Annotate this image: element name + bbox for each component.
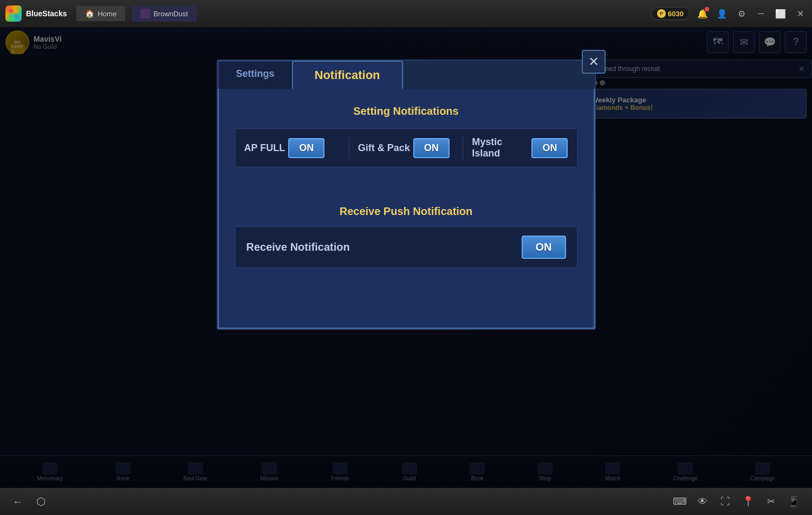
mystic-island-toggle-item: Mystic Island ON — [472, 136, 568, 159]
toggles-row: AP FULL ON Gift & Pack ON Mystic Island … — [235, 128, 577, 167]
back-icon[interactable]: ← — [11, 494, 25, 509]
fullscreen-icon[interactable]: ⛶ — [718, 494, 733, 509]
settings-gear-icon[interactable]: ⚙ — [735, 7, 748, 20]
dialog-close-button[interactable]: ✕ — [582, 50, 606, 74]
taskbar-right: ⌨ 👁 ⛶ 📍 ✂ 📱 — [672, 494, 801, 509]
tab-game-label: BrownDust — [153, 10, 188, 18]
svg-point-1 — [14, 9, 18, 13]
eye-icon[interactable]: 👁 — [695, 494, 710, 509]
coin-amount: 6030 — [668, 10, 684, 18]
svg-point-0 — [9, 9, 13, 13]
notification-dialog: Settings Notification ✕ Setting Notifica… — [217, 60, 596, 330]
ap-full-label: AP FULL — [244, 142, 285, 154]
close-icon: ✕ — [588, 54, 599, 69]
svg-point-3 — [14, 14, 18, 18]
gift-pack-toggle-item: Gift & Pack ON — [358, 138, 454, 158]
tab-home[interactable]: 🏠 Home — [76, 6, 125, 21]
tab-settings-label: Settings — [236, 68, 275, 79]
receive-notification-toggle-button[interactable]: ON — [522, 236, 566, 259]
ap-full-toggle-item: AP FULL ON — [244, 138, 340, 158]
close-window-icon[interactable]: ✕ — [794, 7, 807, 20]
coin-icon: P — [657, 9, 666, 18]
tab-settings[interactable]: Settings — [218, 61, 293, 89]
home-circle-icon[interactable]: ⬡ — [34, 494, 48, 509]
section-setting-notifications: Setting Notifications — [235, 105, 577, 118]
coin-display: P 6030 — [651, 7, 690, 20]
phone-icon[interactable]: 📱 — [786, 494, 801, 509]
receive-notification-label: Receive Notification — [246, 241, 350, 253]
svg-point-2 — [9, 14, 13, 18]
tab-notification[interactable]: Notification — [292, 61, 403, 89]
restore-icon[interactable]: ⬜ — [774, 7, 787, 20]
user-icon[interactable]: 👤 — [716, 7, 729, 20]
divider-2 — [463, 137, 463, 159]
tab-home-label: Home — [98, 10, 116, 18]
titlebar: BlueStacks 🏠 Home BrownDust P 6030 🔔 👤 ⚙… — [0, 0, 812, 27]
ap-full-toggle-button[interactable]: ON — [288, 138, 324, 158]
tab-notification-label: Notification — [315, 68, 380, 82]
titlebar-controls: P 6030 🔔 👤 ⚙ ─ ⬜ ✕ — [651, 7, 807, 20]
taskbar: ← ⬡ ⌨ 👁 ⛶ 📍 ✂ 📱 — [0, 488, 812, 515]
notification-bell-icon[interactable]: 🔔 — [696, 7, 709, 20]
game-area: MV Level 1 MavisVi No Guild 🗺 ✉ 💬 ? ] Ob… — [0, 27, 812, 488]
notification-dot — [705, 7, 709, 11]
dialog-tabs: Settings Notification ✕ — [218, 61, 595, 89]
mystic-island-label: Mystic Island — [472, 136, 528, 159]
minimize-icon[interactable]: ─ — [755, 7, 768, 20]
dialog-backdrop: Settings Notification ✕ Setting Notifica… — [0, 27, 812, 488]
keyboard-icon[interactable]: ⌨ — [672, 494, 687, 509]
bottom-spacer — [235, 268, 577, 311]
gift-pack-toggle-button[interactable]: ON — [413, 138, 450, 158]
spacer — [235, 184, 577, 205]
receive-notification-toggle-label: ON — [536, 241, 552, 253]
mystic-island-toggle-button[interactable]: ON — [531, 138, 568, 158]
location-icon[interactable]: 📍 — [740, 494, 756, 509]
scissors-icon[interactable]: ✂ — [763, 494, 778, 509]
section-receive-push: Receive Push Notification — [235, 205, 577, 218]
dialog-body: Setting Notifications AP FULL ON Gift & … — [218, 89, 595, 329]
divider-1 — [349, 137, 349, 159]
tab-game[interactable]: BrownDust — [132, 5, 197, 22]
receive-notification-row: Receive Notification ON — [235, 226, 577, 268]
gift-pack-label: Gift & Pack — [358, 142, 410, 154]
bluestacks-logo — [5, 5, 22, 22]
app-name: BlueStacks — [26, 9, 67, 18]
